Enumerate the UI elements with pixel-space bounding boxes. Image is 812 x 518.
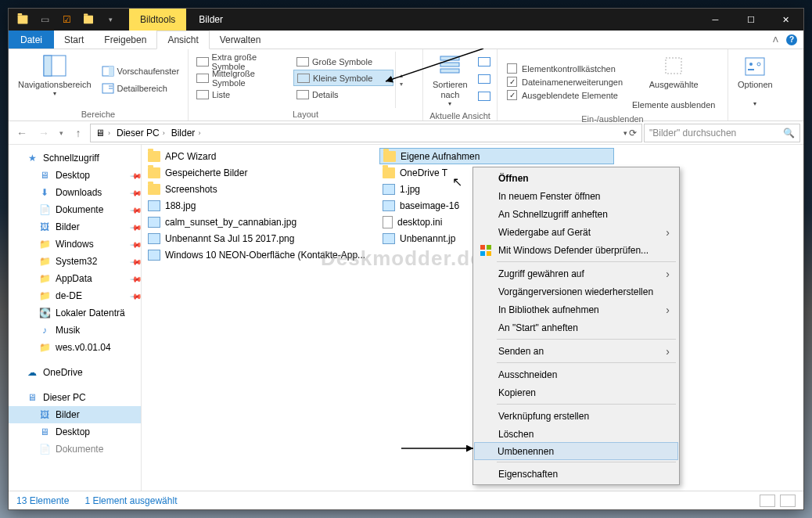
context-menu-item[interactable]: Verknüpfung erstellen: [475, 407, 677, 425]
sidebar-item[interactable]: 🖼Bilder📌: [9, 218, 141, 236]
view-icons-toggle[interactable]: [780, 495, 796, 507]
layout-medium[interactable]: Mittelgroße Symbole: [193, 70, 293, 86]
sidebar-item[interactable]: ♪Musik: [9, 322, 141, 339]
size-columns-button[interactable]: [476, 88, 493, 105]
layout-list[interactable]: Liste: [193, 86, 293, 103]
checkbox-item-boxes[interactable]: Elementkontrollkästchen: [507, 63, 623, 74]
view-details-toggle[interactable]: [760, 495, 775, 507]
defender-icon: [480, 244, 492, 257]
context-menu-item[interactable]: Eigenschaften: [475, 465, 677, 483]
file-item[interactable]: Screenshots: [145, 181, 379, 197]
preview-pane-button[interactable]: Vorschaufenster: [99, 63, 182, 80]
context-menu-item[interactable]: Vorgängerversionen wiederherstellen: [475, 282, 677, 300]
ribbon-collapse-icon[interactable]: ᐱ: [773, 35, 778, 44]
file-item[interactable]: Windows 10 NEON-Oberfläche (Kontakte-App…: [145, 246, 379, 263]
sidebar-pc-bilder[interactable]: 🖼Bilder: [9, 406, 141, 423]
pin-icon: 📌: [130, 186, 142, 199]
context-menu-item[interactable]: An "Start" anheften: [475, 318, 677, 336]
file-item[interactable]: calm_sunset_by_cannabian.jpg: [145, 214, 379, 230]
sidebar-item[interactable]: ⬇Downloads📌: [9, 184, 141, 201]
context-menu-item[interactable]: Mit Windows Defender überprüfen...: [475, 241, 677, 259]
layout-gallery-dropdown[interactable]: ▴▾: [395, 52, 406, 108]
folder-icon: 💽: [38, 307, 51, 319]
sidebar-item[interactable]: 📁System32📌: [9, 253, 141, 270]
file-item[interactable]: 188.jpg: [145, 197, 379, 214]
detail-pane-icon: [102, 82, 114, 95]
sidebar-item[interactable]: 📁Windows📌: [9, 236, 141, 253]
sidebar-pc-dokumente[interactable]: 📄Dokumente: [9, 441, 141, 458]
context-menu-item[interactable]: Ausschneiden: [475, 365, 677, 383]
qat-checkbox-icon[interactable]: ☑: [58, 11, 75, 28]
back-button[interactable]: ←: [12, 124, 32, 142]
checkbox-hidden[interactable]: ✓Ausgeblendete Elemente: [507, 90, 623, 100]
pin-icon: 📌: [130, 169, 142, 182]
refresh-icon[interactable]: ⟳: [629, 128, 637, 138]
file-item[interactable]: APC Wizard: [145, 148, 379, 164]
pin-icon: 📌: [130, 272, 142, 285]
status-count: 13 Elemente: [16, 495, 69, 506]
recent-dropdown[interactable]: ▾: [56, 124, 66, 142]
tab-ansicht[interactable]: Ansicht: [156, 31, 209, 49]
group-icon: [478, 57, 490, 67]
tab-start[interactable]: Start: [54, 31, 94, 49]
detail-pane-button[interactable]: Detailbereich: [99, 80, 182, 97]
breadcrumb[interactable]: 🖥› Dieser PC› Bilder› ▾ ⟳: [90, 124, 642, 142]
folder-icon: [148, 151, 160, 162]
context-menu-item[interactable]: Öffnen: [475, 169, 677, 187]
sidebar-item[interactable]: 📄Dokumente📌: [9, 201, 141, 218]
file-item[interactable]: Eigene Aufnahmen: [379, 148, 614, 164]
tab-freigeben[interactable]: Freigeben: [94, 31, 156, 49]
options-button[interactable]: Optionen▾: [733, 52, 778, 117]
search-input[interactable]: "Bilder" durchsuchen 🔍: [644, 124, 800, 142]
context-menu-item[interactable]: An Schnellzugriff anheften: [475, 205, 677, 223]
folder-icon: [14, 11, 31, 28]
sort-button[interactable]: Sortieren nach▾: [428, 52, 472, 110]
qat-dropdown-icon[interactable]: ▾: [102, 11, 119, 28]
file-item[interactable]: Unbenannt Sa Jul 15 2017.png: [145, 230, 379, 246]
layout-details[interactable]: Details: [293, 86, 393, 103]
sidebar-quick-access[interactable]: ★Schnellzugriff: [9, 149, 141, 167]
context-menu-item[interactable]: Wiedergabe auf Gerät: [475, 223, 677, 241]
pin-icon: 📌: [130, 221, 142, 233]
context-menu-item[interactable]: In Bibliothek aufnehmen: [475, 300, 677, 318]
add-columns-button[interactable]: [476, 70, 493, 88]
maximize-button[interactable]: ☐: [733, 9, 768, 31]
sidebar-item[interactable]: 📁AppData📌: [9, 270, 141, 287]
file-item[interactable]: Gespeicherte Bilder: [145, 164, 379, 181]
qat-props-icon[interactable]: ▭: [36, 11, 53, 28]
file-menu[interactable]: Datei: [9, 31, 54, 49]
qat-folder-icon[interactable]: [80, 11, 97, 28]
navigation-pane-button[interactable]: Navigationsbereich▾: [13, 52, 96, 108]
forward-button[interactable]: →: [34, 124, 54, 142]
preview-pane-icon: [102, 65, 114, 77]
sidebar-pc-desktop[interactable]: 🖥Desktop: [9, 423, 141, 441]
folder-icon: [148, 184, 160, 195]
context-tab-bildtools[interactable]: Bildtools: [129, 9, 186, 31]
context-menu-item[interactable]: Kopieren: [475, 383, 677, 401]
layout-large[interactable]: Große Symbole: [293, 53, 393, 70]
layout-small[interactable]: Kleine Symbole: [293, 70, 393, 86]
tab-verwalten[interactable]: Verwalten: [210, 31, 271, 49]
sidebar-item[interactable]: 📁de-DE📌: [9, 287, 141, 304]
sidebar-item[interactable]: 💽Lokaler Datenträ: [9, 304, 141, 322]
context-menu-item[interactable]: Zugriff gewähren auf: [475, 264, 677, 282]
sidebar-item[interactable]: 📁wes.v0.01.04: [9, 339, 141, 356]
sidebar-this-pc[interactable]: 🖥Dieser PC: [9, 389, 141, 406]
hide-selected-button[interactable]: AusgewählteElemente ausblenden: [627, 52, 720, 113]
svg-rect-7: [440, 56, 459, 60]
help-icon[interactable]: ?: [786, 34, 797, 45]
address-dropdown-icon[interactable]: ▾: [623, 129, 627, 137]
context-menu-item[interactable]: Löschen: [475, 425, 677, 443]
minimize-button[interactable]: ─: [698, 9, 733, 31]
context-menu-item[interactable]: Senden an: [475, 342, 677, 360]
layout-extra-large[interactable]: Extra große Symbole: [193, 53, 293, 70]
group-by-button[interactable]: [476, 53, 493, 70]
context-menu-item[interactable]: Umbenennen: [474, 442, 678, 460]
up-button[interactable]: ↑: [68, 124, 88, 142]
checkbox-file-ext[interactable]: ✓Dateinamenerweiterungen: [507, 77, 623, 87]
sidebar-onedrive[interactable]: ☁OneDrive: [9, 364, 141, 381]
window-title: Bilder: [199, 14, 223, 25]
context-menu-item[interactable]: In neuem Fenster öffnen: [475, 187, 677, 205]
sidebar-item[interactable]: 🖥Desktop📌: [9, 167, 141, 184]
close-button[interactable]: ✕: [768, 9, 803, 31]
